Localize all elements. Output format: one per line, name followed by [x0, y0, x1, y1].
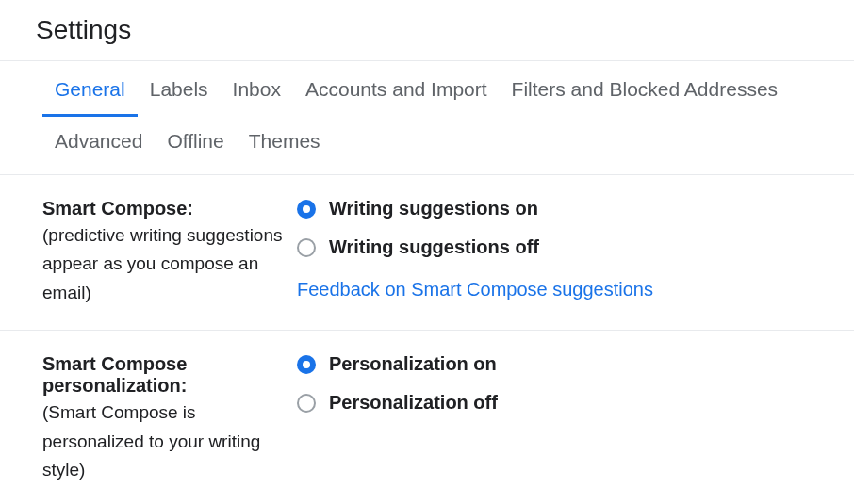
- setting-title-smart-compose: Smart Compose:: [42, 198, 287, 219]
- radio-row-suggestions-off: Writing suggestions off: [297, 236, 854, 258]
- tab-advanced[interactable]: Advanced: [42, 117, 155, 172]
- radio-personalization-off[interactable]: [297, 394, 316, 413]
- setting-options-column: Personalization on Personalization off: [297, 353, 854, 484]
- setting-label-column: Smart Compose: (predictive writing sugge…: [42, 198, 297, 307]
- tabs-container: General Labels Inbox Accounts and Import…: [0, 61, 854, 172]
- radio-label-suggestions-on: Writing suggestions on: [329, 198, 538, 219]
- tabs-row-1: General Labels Inbox Accounts and Import…: [42, 61, 854, 117]
- setting-title-personalization: Smart Compose personalization:: [42, 353, 287, 397]
- radio-suggestions-on[interactable]: [297, 200, 316, 219]
- radio-label-personalization-off: Personalization off: [329, 392, 498, 414]
- tab-filters-blocked[interactable]: Filters and Blocked Addresses: [500, 61, 790, 117]
- tabs-row-2: Advanced Offline Themes: [42, 117, 854, 172]
- radio-label-personalization-on: Personalization on: [329, 353, 497, 375]
- tab-general[interactable]: General: [42, 61, 138, 117]
- radio-personalization-on[interactable]: [297, 355, 316, 374]
- tab-accounts-import[interactable]: Accounts and Import: [293, 61, 500, 117]
- setting-desc-personalization: (Smart Compose is personalized to your w…: [42, 398, 287, 484]
- setting-desc-smart-compose: (predictive writing suggestions appear a…: [42, 221, 287, 307]
- feedback-link[interactable]: Feedback on Smart Compose suggestions: [297, 279, 653, 301]
- radio-suggestions-off[interactable]: [297, 238, 316, 257]
- section-smart-compose: Smart Compose: (predictive writing sugge…: [0, 175, 854, 331]
- setting-label-column: Smart Compose personalization: (Smart Co…: [42, 353, 297, 484]
- tab-themes[interactable]: Themes: [237, 117, 333, 172]
- tab-labels[interactable]: Labels: [138, 61, 221, 117]
- tab-offline[interactable]: Offline: [155, 117, 236, 172]
- page-title: Settings: [0, 0, 854, 60]
- tab-inbox[interactable]: Inbox: [221, 61, 293, 117]
- radio-row-suggestions-on: Writing suggestions on: [297, 198, 854, 219]
- radio-row-personalization-off: Personalization off: [297, 392, 854, 414]
- radio-label-suggestions-off: Writing suggestions off: [329, 236, 539, 258]
- section-personalization: Smart Compose personalization: (Smart Co…: [0, 331, 854, 504]
- setting-options-column: Writing suggestions on Writing suggestio…: [297, 198, 854, 307]
- radio-row-personalization-on: Personalization on: [297, 353, 854, 375]
